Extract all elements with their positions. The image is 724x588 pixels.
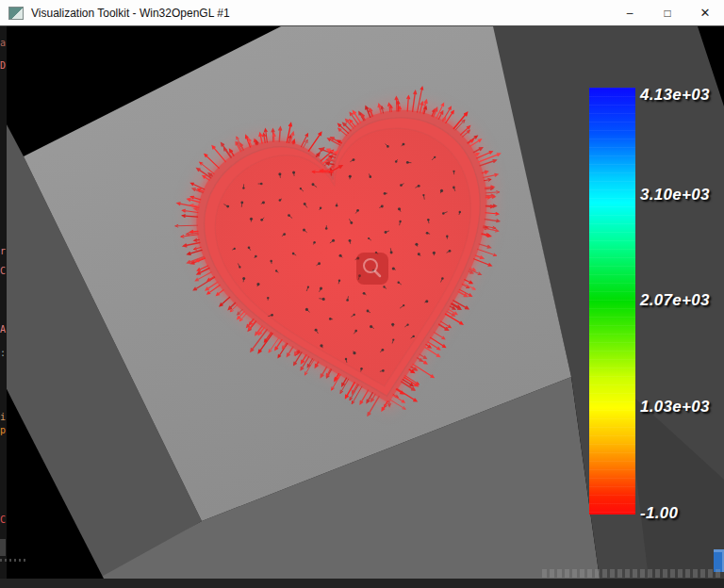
app-icon: [8, 7, 24, 20]
close-button[interactable]: ✕: [686, 0, 724, 25]
minimize-button[interactable]: –: [611, 0, 649, 25]
maximize-button[interactable]: □: [649, 0, 686, 25]
scalar-label: 1.03e+03: [640, 398, 724, 416]
console-char: C: [0, 515, 6, 525]
console-char: C: [0, 267, 6, 276]
console-char: p: [0, 426, 6, 435]
console-char: :: [0, 349, 6, 358]
console-char: i: [0, 413, 6, 422]
scalar-label: 2.07e+03: [640, 291, 724, 310]
magnifier-watermark-icon: [356, 253, 388, 285]
console-char: a: [0, 39, 6, 48]
scalar-label: 3.10e+03: [640, 186, 724, 204]
background-window-text-smudge: [542, 569, 721, 578]
vtk-application-window: Visualization Toolkit - Win32OpenGL #1 –…: [0, 0, 724, 588]
background-console-window-sliver[interactable]: aDrCA:ipC: [0, 26, 7, 579]
console-char: D: [0, 61, 6, 71]
scalar-label-min: -1.00: [640, 504, 724, 523]
scalar-label-max: 4.13e+03: [640, 86, 724, 105]
scalar-colorbar: [589, 88, 635, 514]
console-char: A: [0, 325, 6, 335]
title-bar[interactable]: Visualization Toolkit - Win32OpenGL #1 –…: [0, 0, 724, 26]
window-controls: – □ ✕: [611, 0, 724, 25]
background-console-dots: [0, 559, 26, 562]
window-title: Visualization Toolkit - Win32OpenGL #1: [31, 7, 230, 20]
background-console-patch: [0, 539, 6, 556]
console-char: r: [0, 247, 6, 256]
bottom-edge-strip: [0, 579, 724, 588]
